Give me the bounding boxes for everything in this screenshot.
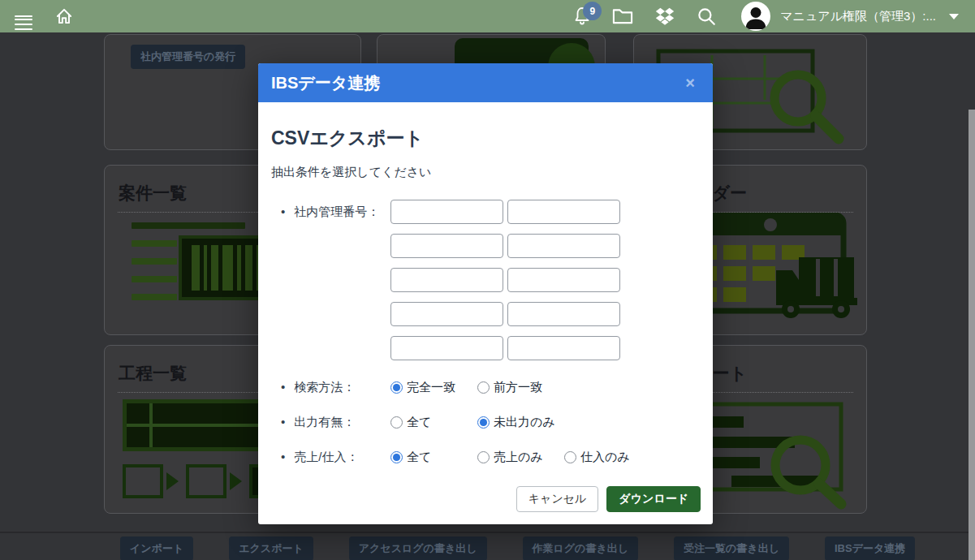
scrollbar-thumb[interactable] (969, 110, 975, 560)
radio-icon (390, 416, 403, 429)
screen: 社内管理番号の発行 案件一覧 (0, 0, 975, 560)
kanri-number-inputs (390, 200, 620, 360)
cancel-button[interactable]: キャンセル (516, 486, 599, 512)
kanri-number-field-row: 社内管理番号： (271, 200, 700, 360)
folder-icon (611, 6, 634, 26)
radio-icon (477, 451, 490, 463)
ibs-data-link-modal: IBSデータ連携 × CSVエクスポート 抽出条件を選択してください 社内管理番… (258, 63, 713, 524)
modal-body: CSVエクスポート 抽出条件を選択してください 社内管理番号： (258, 102, 713, 524)
kanri-number-input-2b[interactable] (507, 234, 620, 258)
search-method-row: 検索方法： 完全一致 前方一致 (271, 380, 700, 395)
kanri-number-input-3b[interactable] (507, 268, 620, 292)
chevron-down-icon (949, 14, 959, 19)
sales-purchase-row: 売上/仕入： 全て 売上のみ 仕入のみ (271, 450, 700, 465)
search-button[interactable] (696, 6, 717, 27)
notification-badge: 9 (583, 2, 602, 20)
home-button[interactable] (54, 6, 75, 27)
admin-actions-row: インポート エクスポート アクセスログの書き出し 作業ログの書き出し 受注一覧の… (120, 536, 915, 560)
radio-option-exact-match[interactable]: 完全一致 (390, 380, 477, 395)
radio-label: 未出力のみ (494, 415, 555, 430)
csv-export-heading: CSVエクスポート (271, 126, 700, 151)
kanri-number-label: 社内管理番号： (281, 200, 390, 224)
close-icon[interactable]: × (680, 74, 700, 92)
radio-label: 仕入のみ (580, 450, 630, 465)
work-log-export-button[interactable]: 作業ログの書き出し (523, 536, 639, 560)
radio-label: 全て (407, 450, 431, 465)
modal-header: IBSデータ連携 × (258, 63, 713, 102)
instruction-text: 抽出条件を選択してください (271, 165, 700, 180)
kanri-number-input-2a[interactable] (390, 234, 503, 258)
files-button[interactable] (611, 6, 634, 26)
radio-option-purchase-only[interactable]: 仕入のみ (564, 450, 630, 465)
kanri-number-input-4b[interactable] (507, 302, 620, 326)
kanri-number-input-1a[interactable] (390, 200, 503, 224)
download-button[interactable]: ダウンロード (606, 486, 701, 512)
footer-divider (0, 532, 975, 533)
radio-icon (564, 451, 576, 463)
radio-icon (390, 381, 403, 394)
radio-icon (477, 381, 490, 394)
avatar (741, 2, 770, 31)
kanri-number-input-1b[interactable] (507, 200, 620, 224)
sales-purchase-label: 売上/仕入： (281, 450, 390, 463)
radio-label: 全て (407, 415, 431, 430)
radio-label: 前方一致 (494, 380, 542, 395)
home-icon (54, 6, 75, 27)
import-button[interactable]: インポート (120, 536, 193, 560)
modal-title: IBSデータ連携 (271, 72, 380, 94)
user-menu[interactable]: マニュアル権限（管理3）:... (736, 1, 964, 32)
kanri-number-input-5a[interactable] (390, 336, 503, 360)
radio-option-not-output-only[interactable]: 未出力のみ (477, 415, 564, 430)
kanri-number-input-5b[interactable] (507, 336, 620, 360)
radio-option-sales-only[interactable]: 売上のみ (477, 450, 564, 465)
top-navbar: 9 (0, 0, 975, 32)
dropbox-button[interactable] (654, 6, 676, 27)
radio-option-prefix-match[interactable]: 前方一致 (477, 380, 564, 395)
dropbox-icon (654, 6, 676, 27)
order-list-export-button[interactable]: 受注一覧の書き出し (674, 536, 789, 560)
hamburger-icon (15, 15, 32, 17)
menu-button[interactable] (15, 12, 32, 20)
notifications-button[interactable]: 9 (572, 6, 592, 27)
access-log-export-button[interactable]: アクセスログの書き出し (349, 536, 487, 560)
radio-icon (390, 451, 403, 463)
search-icon (696, 6, 717, 27)
search-method-label: 検索方法： (281, 380, 390, 394)
radio-label: 完全一致 (407, 380, 455, 395)
radio-option-all[interactable]: 全て (390, 450, 477, 465)
radio-option-all-output[interactable]: 全て (390, 415, 477, 430)
modal-footer: キャンセル ダウンロード (516, 486, 701, 512)
kanri-number-input-4a[interactable] (390, 302, 503, 326)
export-button[interactable]: エクスポート (229, 536, 313, 560)
radio-icon (477, 416, 490, 429)
user-label: マニュアル権限（管理3）:... (780, 9, 936, 24)
issue-kanri-number-button[interactable]: 社内管理番号の発行 (131, 45, 245, 69)
output-status-row: 出力有無： 全て 未出力のみ (271, 415, 700, 430)
kanri-number-input-3a[interactable] (390, 268, 503, 292)
radio-label: 売上のみ (494, 450, 543, 465)
output-status-label: 出力有無： (281, 415, 390, 429)
ibs-data-link-button[interactable]: IBSデータ連携 (825, 536, 915, 560)
